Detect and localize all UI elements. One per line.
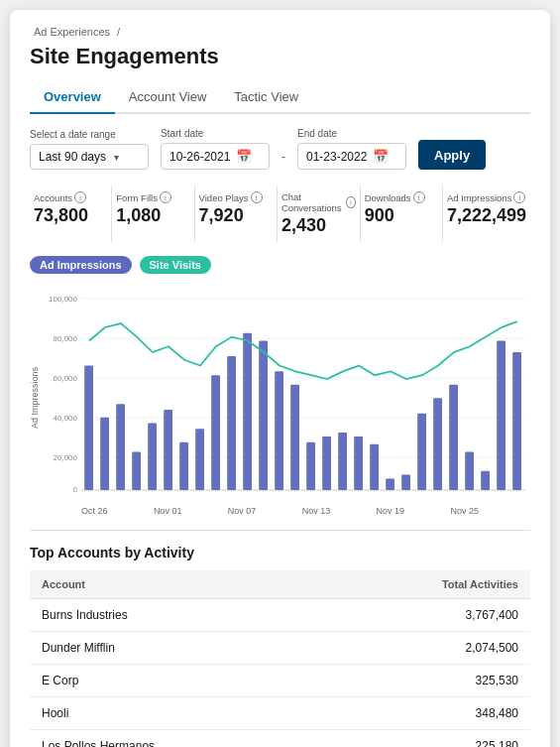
table-row: Hooli 348,480	[30, 697, 530, 730]
table-row: Burns Industries 3,767,400	[30, 599, 530, 632]
metric-value: 1,080	[116, 205, 189, 226]
cell-activities: 2,074,500	[319, 632, 530, 665]
calendar-icon-end: 📅	[373, 149, 389, 164]
tab-account-view[interactable]: Account View	[115, 81, 221, 114]
calendar-icon: 📅	[236, 149, 252, 164]
date-range-select[interactable]: Last 90 days ▾	[30, 144, 149, 170]
table-row: Dunder Mifflin 2,074,500	[30, 632, 530, 665]
metric-label: Ad Impressions i	[447, 191, 526, 203]
metrics-row: Accounts i 73,800 Form Fills i 1,080 Vid…	[30, 186, 530, 242]
svg-rect-20	[195, 429, 204, 490]
table-header-row: Account Total Activities	[30, 570, 530, 599]
legend-pill-teal[interactable]: Site Visits	[140, 256, 211, 274]
tab-tactic-view[interactable]: Tactic View	[220, 81, 312, 114]
table-title: Top Accounts by Activity	[30, 545, 530, 560]
info-icon[interactable]: i	[251, 191, 263, 203]
metric-label: Downloads i	[365, 191, 438, 203]
svg-rect-13	[84, 366, 93, 490]
svg-text:80,000: 80,000	[54, 334, 78, 343]
svg-text:Ad Impressions: Ad Impressions	[30, 366, 40, 429]
col-account: Account	[30, 570, 319, 599]
chart-area: Ad Impressions 100,000 80,000 60,000 40,…	[30, 284, 530, 512]
svg-rect-27	[306, 442, 315, 490]
legend-pill-blue[interactable]: Ad Impressions	[30, 256, 132, 274]
svg-rect-32	[386, 478, 394, 490]
metric-value: 7,920	[199, 205, 273, 226]
end-date-group: End date 01-23-2022 📅	[297, 128, 406, 170]
svg-rect-39	[497, 340, 505, 490]
svg-rect-22	[227, 356, 236, 490]
page-title: Site Engagements	[30, 44, 530, 69]
svg-text:0: 0	[73, 485, 78, 494]
svg-rect-16	[132, 451, 141, 490]
date-separator: -	[281, 150, 285, 170]
info-icon[interactable]: i	[160, 191, 171, 203]
chart-svg: Ad Impressions 100,000 80,000 60,000 40,…	[30, 284, 530, 512]
metric-value: 7,222,499	[447, 205, 526, 226]
svg-rect-36	[449, 385, 458, 490]
cell-activities: 325,530	[319, 665, 530, 697]
svg-rect-25	[275, 371, 283, 490]
legend-pills: Ad ImpressionsSite Visits	[30, 256, 530, 274]
svg-rect-17	[148, 423, 157, 490]
chevron-down-icon: ▾	[114, 152, 119, 163]
metric-label: Accounts i	[34, 191, 107, 203]
col-activities: Total Activities	[319, 570, 530, 599]
section-divider	[30, 530, 530, 531]
cell-account: E Corp	[30, 665, 319, 697]
info-icon[interactable]: i	[74, 191, 86, 203]
end-date-input[interactable]: 01-23-2022 📅	[297, 143, 406, 170]
svg-rect-34	[417, 414, 426, 490]
date-range-label: Select a date range	[30, 129, 149, 140]
svg-rect-18	[164, 410, 172, 490]
metric-label: Form Fills i	[116, 191, 189, 203]
cell-activities: 225,180	[319, 730, 530, 748]
metric-item: Video Plays i 7,920	[195, 186, 278, 242]
page-content: Ad Experiences / Site Engagements Overvi…	[10, 10, 550, 747]
svg-rect-35	[433, 398, 442, 490]
metric-item: Chat Conversations i 2,430	[278, 186, 361, 242]
svg-text:60,000: 60,000	[54, 374, 78, 383]
apply-button[interactable]: Apply	[418, 140, 486, 170]
metric-item: Form Fills i 1,080	[112, 186, 194, 242]
svg-text:100,000: 100,000	[49, 295, 77, 304]
breadcrumb[interactable]: Ad Experiences /	[30, 26, 530, 38]
table-row: E Corp 325,530	[30, 665, 530, 697]
cell-activities: 348,480	[319, 697, 530, 730]
svg-rect-15	[116, 404, 125, 490]
metric-value: 73,800	[34, 205, 107, 226]
tab-overview[interactable]: Overview	[30, 81, 115, 114]
table-section: Top Accounts by Activity Account Total A…	[30, 545, 530, 747]
svg-text:20,000: 20,000	[54, 453, 78, 462]
svg-rect-29	[338, 433, 347, 490]
svg-rect-30	[354, 436, 363, 490]
start-date-input[interactable]: 10-26-2021 📅	[161, 143, 270, 170]
page-wrapper: Ad Experiences / Site Engagements Overvi…	[10, 10, 550, 747]
table-head: Account Total Activities	[30, 570, 530, 599]
table-body: Burns Industries 3,767,400 Dunder Miffli…	[30, 599, 530, 748]
svg-rect-14	[100, 418, 109, 490]
breadcrumb-parent[interactable]: Ad Experiences	[34, 26, 110, 38]
end-date-value: 01-23-2022	[306, 150, 367, 164]
end-date-label: End date	[297, 128, 406, 139]
metric-item: Ad Impressions i 7,222,499	[443, 186, 530, 242]
svg-rect-21	[211, 375, 220, 490]
cell-account: Dunder Mifflin	[30, 632, 319, 665]
info-icon[interactable]: i	[346, 196, 356, 208]
cell-activities: 3,767,400	[319, 599, 530, 632]
start-date-group: Start date 10-26-2021 📅	[161, 128, 270, 170]
svg-text:40,000: 40,000	[54, 414, 78, 423]
info-icon[interactable]: i	[513, 191, 525, 203]
svg-rect-24	[259, 340, 268, 490]
svg-rect-19	[179, 442, 188, 490]
metric-label: Video Plays i	[199, 191, 273, 203]
info-icon[interactable]: i	[413, 191, 425, 203]
filters-row: Select a date range Last 90 days ▾ Start…	[30, 128, 530, 170]
svg-rect-38	[481, 471, 490, 490]
date-range-value: Last 90 days	[39, 150, 106, 164]
start-date-value: 10-26-2021	[169, 150, 230, 164]
svg-rect-23	[243, 333, 252, 490]
metric-value: 2,430	[281, 215, 356, 236]
breadcrumb-separator: /	[117, 26, 120, 38]
start-date-label: Start date	[161, 128, 270, 139]
